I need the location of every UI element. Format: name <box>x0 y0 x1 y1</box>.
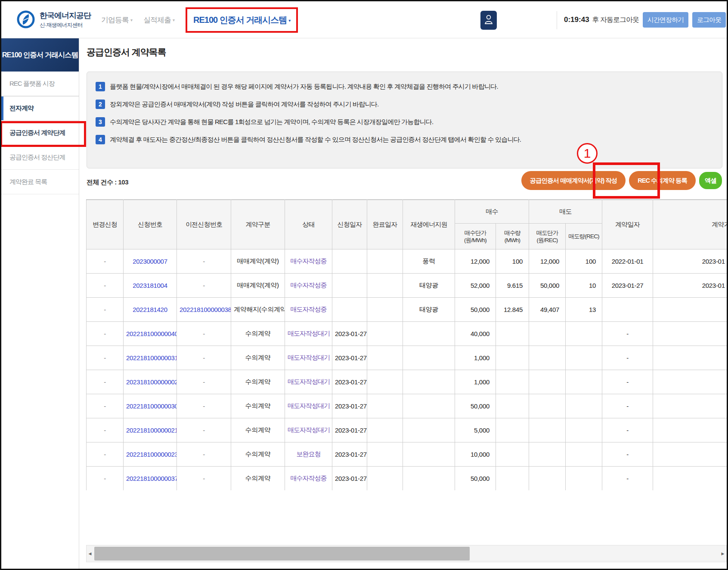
cell-application-no-link[interactable]: 202318100000002 <box>124 370 177 394</box>
cell-contract-date <box>602 298 653 322</box>
cell-sell-price <box>529 442 566 467</box>
cell-status: 매수자작성중 <box>285 249 332 274</box>
notice-number-badge: 3 <box>96 117 105 127</box>
cell-sell-qty <box>566 322 602 346</box>
cell-application-date: 2023-01-27 <box>332 322 367 346</box>
scroll-left-arrow-icon[interactable]: ◀ <box>87 545 93 562</box>
nav-item-company-register[interactable]: 기업등록▾ <box>101 15 132 25</box>
sidebar-item-rec-platform-market[interactable]: REC 플랫폼 시장 <box>1 72 79 96</box>
cell-contract-type: 계약해지(수의계약) <box>231 298 285 322</box>
cell-contract-type: 매매계약(계약) <box>231 249 285 274</box>
sidebar-item-completed-contract-list[interactable]: 계약완료 목록 <box>1 170 79 194</box>
cell-energy-source <box>403 418 455 442</box>
nav-item-re100-trading-system[interactable]: RE100 인증서 거래시스템▾ <box>186 7 298 33</box>
nav-item-performance-submit[interactable]: 실적제출▾ <box>143 15 174 25</box>
cell-application-no-link[interactable]: 2022181420 <box>124 298 177 322</box>
cell-sell-price <box>529 370 566 394</box>
cell-contract-period: ~ <box>653 370 727 394</box>
cell-application-no-link[interactable]: 202218100000023 <box>124 442 177 467</box>
cell-completion-date <box>367 346 403 370</box>
auto-logout-label: 후 자동로그아웃 <box>592 16 639 25</box>
cell-buy-price: 50,000 <box>455 467 496 491</box>
notice-number-badge: 4 <box>96 135 105 144</box>
cell-contract-period: ~ <box>653 442 727 467</box>
cell-sell-qty <box>566 467 602 491</box>
cell-energy-source <box>403 442 455 467</box>
scroll-right-arrow-icon[interactable]: ▶ <box>719 545 726 562</box>
annotation-circle-1: 1 <box>577 143 598 164</box>
notice-line: 1 플랫폼 현물/계약시장에서 매매체결이 된 경우 해당 페이지에 계약서가 … <box>96 81 713 92</box>
horizontal-scrollbar[interactable]: ◀ ▶ <box>86 545 727 562</box>
col-buy-qty: 매수량 (MWh) <box>496 224 529 249</box>
register-rec-private-contract-button[interactable]: REC 수의계약 등록 <box>629 171 696 190</box>
create-sales-contract-button[interactable]: 공급인증서 매매계약서(계약) 작성 <box>521 171 626 190</box>
cell-completion-date <box>367 298 403 322</box>
cell-sell-price: 50,000 <box>529 274 566 298</box>
scrollbar-thumb[interactable] <box>94 547 470 561</box>
notice-box: 1 플랫폼 현물/계약시장에서 매매체결이 된 경우 해당 페이지에 계약서가 … <box>87 72 722 168</box>
cell-buy-qty <box>496 467 529 491</box>
col-group-sell: 매도 <box>529 200 602 224</box>
session-controls: 0:19:43 후 자동로그아웃 시간연장하기 로그아웃 <box>564 1 726 38</box>
table-row: - 202218100000021 - 수의계약 매도자작성대기 2023-01… <box>87 418 727 442</box>
extend-time-button[interactable]: 시간연장하기 <box>643 12 688 28</box>
cell-application-no-link[interactable]: 202218100000040 <box>124 322 177 346</box>
cell-change-request: - <box>87 322 124 346</box>
table-row: - 202218100000040 - 수의계약 매도자작성대기 2023-01… <box>87 322 727 346</box>
cell-application-no-link[interactable]: 202218100000031 <box>124 346 177 370</box>
cell-status: 매수자작성중 <box>285 274 332 298</box>
cell-application-no-link[interactable]: 2023181004 <box>124 274 177 298</box>
notice-number-badge: 1 <box>96 82 105 91</box>
cell-contract-date: - <box>602 370 653 394</box>
cell-contract-date: 2022-01-01 <box>602 249 653 274</box>
table-header: 변경신청 신청번호 이전신청번호 계약구분 상태 신청일자 완료일자 재생에너지… <box>87 200 727 249</box>
cell-change-request: - <box>87 249 124 274</box>
cell-contract-period: ~ <box>653 298 727 322</box>
cell-buy-price: 1,000 <box>455 370 496 394</box>
cell-energy-source <box>403 467 455 491</box>
cell-contract-type: 수의계약 <box>231 322 285 346</box>
org-subname: 신·재생에너지센터 <box>40 22 91 29</box>
sidebar-item-electronic-contract[interactable]: 전자계약 <box>1 96 79 121</box>
col-change-request: 변경신청 <box>87 200 124 249</box>
cell-change-request: - <box>87 298 124 322</box>
scrollbar-track[interactable] <box>93 545 719 562</box>
cell-sell-price <box>529 467 566 491</box>
col-group-buy: 매수 <box>455 200 529 224</box>
cell-change-request: - <box>87 346 124 370</box>
cell-contract-date: - <box>602 418 653 442</box>
cell-prev-application-no: - <box>177 418 231 442</box>
cell-sell-qty: 10 <box>566 274 602 298</box>
sidebar-item-certificate-contract-step[interactable]: 공급인증서 계약단계 <box>1 121 79 145</box>
cell-buy-price: 52,000 <box>455 274 496 298</box>
cell-application-no-link[interactable]: 202218100000037 <box>124 467 177 491</box>
table-row: - 202218100000030 - 수의계약 매도자작성대기 2023-01… <box>87 394 727 418</box>
user-profile-button[interactable] <box>480 11 497 30</box>
cell-buy-price: 1,000 <box>455 346 496 370</box>
cell-change-request: - <box>87 442 124 467</box>
cell-completion-date <box>367 249 403 274</box>
sidebar-item-certificate-settlement-step[interactable]: 공급인증서 정산단계 <box>1 145 79 170</box>
cell-application-date <box>332 298 367 322</box>
cell-sell-price: 12,000 <box>529 249 566 274</box>
cell-contract-date: - <box>602 346 653 370</box>
cell-sell-qty <box>566 442 602 467</box>
col-application-no: 신청번호 <box>124 200 177 249</box>
org-logo: 한국에너지공단 신·재생에너지센터 <box>16 8 91 31</box>
table-row: - 202218100000031 - 수의계약 매도자작성대기 2023-01… <box>87 346 727 370</box>
cell-application-no-link[interactable]: 202218100000030 <box>124 394 177 418</box>
cell-completion-date <box>367 418 403 442</box>
cell-change-request: - <box>87 418 124 442</box>
cell-prev-application-no: - <box>177 467 231 491</box>
logout-button[interactable]: 로그아웃 <box>692 12 726 28</box>
cell-sell-qty <box>566 346 602 370</box>
top-header-bar: 한국에너지공단 신·재생에너지센터 기업등록▾ 실적제출▾ RE100 인증서 … <box>1 1 727 38</box>
cell-completion-date <box>367 370 403 394</box>
cell-application-no-link[interactable]: 2023000007 <box>124 249 177 274</box>
cell-prev-application-no[interactable]: 202218100000038 <box>177 298 231 322</box>
cell-application-no-link[interactable]: 202218100000021 <box>124 418 177 442</box>
excel-export-button[interactable]: 엑셀 <box>699 172 722 189</box>
cell-contract-type: 매매계약(계약) <box>231 274 285 298</box>
cell-contract-type: 수의계약 <box>231 394 285 418</box>
cell-buy-qty <box>496 442 529 467</box>
